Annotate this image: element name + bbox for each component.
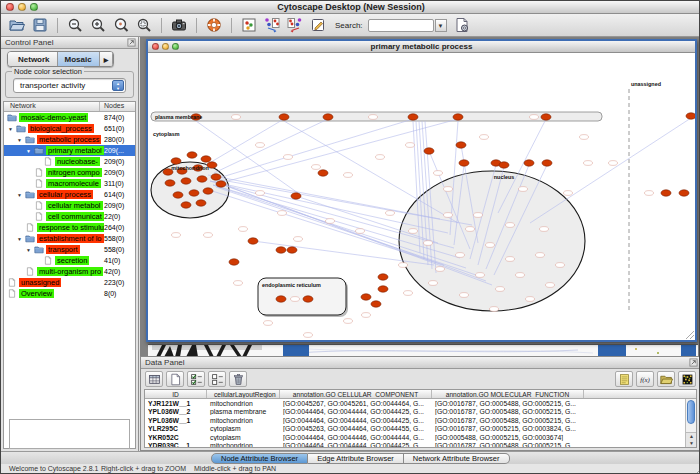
- network-node[interactable]: [686, 113, 695, 119]
- network-node-small[interactable]: [172, 233, 181, 238]
- network-node-small[interactable]: [519, 187, 528, 192]
- export-image-icon[interactable]: [170, 16, 188, 34]
- table-row[interactable]: YKR052Ccytoplasm[GO:0044464, GO:0044446,…: [145, 433, 696, 442]
- network-tree-row[interactable]: response to stimulu264(0): [4, 222, 135, 233]
- scrollbar-arrows[interactable]: ▲▼: [686, 432, 697, 447]
- network-node[interactable]: [197, 176, 207, 182]
- column-header[interactable]: _cellularLayoutRegion: [207, 390, 280, 398]
- network-node-small[interactable]: [256, 191, 265, 196]
- network-node[interactable]: [303, 296, 313, 302]
- network-node[interactable]: [679, 190, 689, 196]
- table-row[interactable]: YPL036W__1mitochondrion[GO:0044464, GO:0…: [145, 416, 696, 425]
- annotation-icon[interactable]: [309, 16, 327, 34]
- network-node-small[interactable]: [506, 257, 515, 262]
- network-node-small[interactable]: [580, 135, 589, 140]
- network-node-small[interactable]: [490, 307, 499, 312]
- network-node-small[interactable]: [284, 155, 293, 160]
- formula-builder-icon[interactable]: f(x): [636, 371, 654, 387]
- network-node[interactable]: [181, 178, 191, 184]
- node-color-dropdown[interactable]: transporter activity ▲▼: [13, 78, 126, 93]
- tab-network[interactable]: Network: [8, 52, 58, 66]
- import-attributes-icon[interactable]: [657, 371, 675, 387]
- network-tree-row[interactable]: ▼biological_process651(0): [4, 123, 135, 134]
- network-view-titlebar[interactable]: primary metabolic process: [148, 41, 695, 53]
- network-node[interactable]: [173, 192, 183, 198]
- network-node[interactable]: [318, 170, 328, 176]
- network-node-small[interactable]: [460, 293, 469, 298]
- network-node[interactable]: [276, 247, 286, 253]
- network-node[interactable]: [456, 142, 466, 148]
- network-node-small[interactable]: [540, 227, 549, 232]
- table-scrollbar[interactable]: ▲▼: [685, 399, 696, 447]
- network-tree-row[interactable]: unassigned223(0): [4, 277, 135, 288]
- column-header[interactable]: annotation.GO MOLECULAR_FUNCTION: [432, 390, 584, 398]
- network-node[interactable]: [203, 188, 213, 194]
- table-row[interactable]: YPL036W__2plasma membrane[GO:0044464, GO…: [145, 408, 696, 417]
- tab-mosaic[interactable]: Mosaic: [58, 52, 100, 66]
- network-node-small[interactable]: [486, 243, 495, 248]
- network-node-small[interactable]: [312, 165, 321, 170]
- network-node-small[interactable]: [232, 115, 241, 120]
- search-dropdown-arrow-icon[interactable]: ▼: [435, 19, 447, 32]
- network-node-small[interactable]: [456, 253, 465, 258]
- new-attribute-icon[interactable]: [166, 371, 184, 387]
- expand-arrow-icon[interactable]: ▼: [17, 137, 25, 143]
- cytopanels-icon[interactable]: [240, 16, 258, 34]
- matrix-view-icon[interactable]: [678, 371, 696, 387]
- expand-arrow-icon[interactable]: ▼: [26, 148, 34, 154]
- network-node[interactable]: [453, 114, 463, 120]
- network-node-small[interactable]: [466, 227, 475, 232]
- table-row[interactable]: YJR121W__1mitochondrion[GO:0045267, GO:0…: [145, 399, 696, 408]
- network-node-small[interactable]: [516, 273, 525, 278]
- network-node-small[interactable]: [409, 229, 418, 234]
- network-node[interactable]: [541, 114, 551, 120]
- network-node-small[interactable]: [444, 213, 453, 218]
- network-node-small[interactable]: [356, 229, 365, 234]
- table-row[interactable]: YDR039C__1mitochondrion[GO:0044464, GO:0…: [145, 442, 696, 449]
- table-row[interactable]: YLR295Ccytoplasm[GO:0045263, GO:0044464,…: [145, 425, 696, 434]
- network-tree-row[interactable]: macromolecule311(0): [4, 178, 135, 189]
- network-node-small[interactable]: [362, 313, 371, 318]
- network-node[interactable]: [371, 301, 381, 307]
- network-node-small[interactable]: [474, 213, 483, 218]
- network-node-small[interactable]: [399, 263, 408, 268]
- float-data-panel-icon[interactable]: [689, 358, 698, 367]
- network-edge[interactable]: [530, 118, 691, 223]
- network-node[interactable]: [216, 181, 226, 187]
- network-node[interactable]: [542, 160, 552, 166]
- network-view-window[interactable]: primary metabolic process plasma membran…: [146, 39, 697, 342]
- network-node[interactable]: [408, 114, 418, 120]
- float-panel-icon[interactable]: [127, 38, 136, 47]
- expand-arrow-icon[interactable]: ▼: [17, 192, 25, 198]
- network-node[interactable]: [276, 296, 286, 302]
- network-node[interactable]: [187, 152, 197, 158]
- zoom-in-icon[interactable]: [89, 16, 107, 34]
- network-node-small[interactable]: [584, 161, 593, 166]
- tab-network-attribute-browser[interactable]: Network Attribute Browser: [404, 453, 510, 464]
- network-node[interactable]: [201, 156, 211, 162]
- network-node-small[interactable]: [404, 291, 413, 296]
- network-node-small[interactable]: [536, 253, 545, 258]
- zoom-selected-icon[interactable]: [112, 16, 130, 34]
- more-tabs-arrow-icon[interactable]: ▶: [100, 52, 114, 66]
- network-node-small[interactable]: [204, 233, 213, 238]
- tab-edge-attribute-browser[interactable]: Edge Attribute Browser: [308, 453, 404, 464]
- window-titlebar[interactable]: Cytoscape Desktop (New Session): [1, 1, 700, 14]
- attribute-grid-icon[interactable]: [145, 371, 163, 387]
- network-tree-row[interactable]: ▼establishment of lo558(0): [4, 233, 135, 244]
- resize-grip-icon[interactable]: [691, 465, 700, 474]
- search-options-icon[interactable]: [453, 16, 471, 34]
- layout-a-icon[interactable]: [263, 16, 281, 34]
- network-node[interactable]: [189, 190, 199, 196]
- network-node[interactable]: [378, 286, 388, 292]
- network-tree-row[interactable]: nucleobase-209(0): [4, 156, 135, 167]
- save-session-icon[interactable]: [31, 16, 49, 34]
- network-node-small[interactable]: [344, 319, 353, 324]
- network-edge[interactable]: [284, 121, 458, 223]
- network-node-small[interactable]: [386, 211, 395, 216]
- network-node-small[interactable]: [480, 135, 489, 140]
- zoom-fit-icon[interactable]: [135, 16, 153, 34]
- network-node-small[interactable]: [444, 187, 453, 192]
- network-node-small[interactable]: [304, 333, 313, 338]
- expand-arrow-icon[interactable]: ▼: [26, 247, 34, 253]
